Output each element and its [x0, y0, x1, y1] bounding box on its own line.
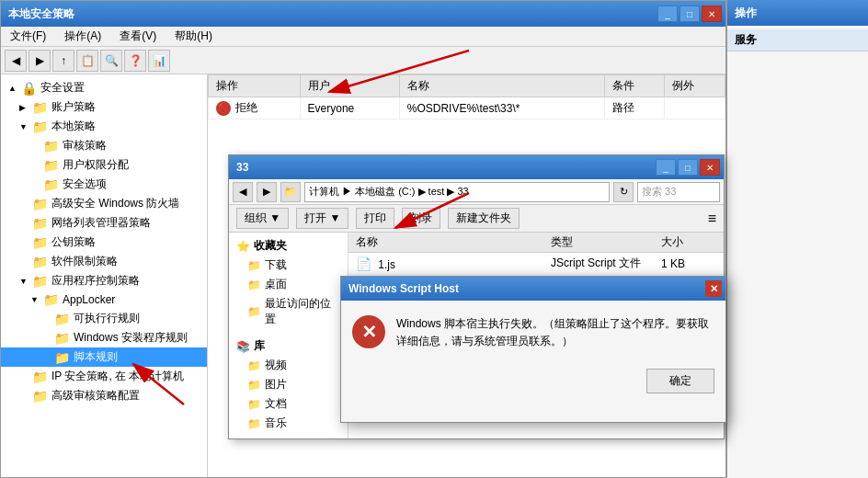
toolbar-btn-4[interactable]: ❓	[124, 50, 146, 72]
tree-item-script[interactable]: 📁 脚本规则	[1, 347, 207, 367]
tree-item-software[interactable]: 📁 软件限制策略	[1, 252, 207, 271]
dialog-message: Windows 脚本宿主执行失败。（组策略阻止了这个程序。要获取详细信息，请与系…	[396, 315, 714, 350]
toolbar-btn-3[interactable]: 🔍	[100, 50, 122, 72]
back-button[interactable]: ◀	[5, 50, 27, 72]
fe-docs[interactable]: 📁 文档	[229, 394, 348, 414]
tree-item-local[interactable]: ▼ 📁 本地策略	[1, 117, 207, 136]
tree-item-account[interactable]: ▶ 📁 账户策略	[1, 97, 207, 117]
expand-icon[interactable]: ▲	[8, 84, 17, 93]
dialog-ok-button[interactable]: 确定	[646, 369, 714, 393]
tree-item-appcontrol[interactable]: ▼ 📁 应用程序控制策略	[1, 271, 207, 290]
fe-organize-button[interactable]: 组织 ▼	[236, 208, 289, 229]
policy-table: 操作 用户 名称 条件 例外 🚫 拒绝 Everyone %OSD	[208, 74, 725, 120]
right-sidebar-services[interactable]: 服务	[727, 29, 868, 51]
tree-item-msi[interactable]: 📁 Windows 安装程序规则	[1, 328, 207, 347]
folder-icon: 📁	[54, 312, 70, 326]
fe-address-bar[interactable]: 计算机 ▶ 本地磁盘 (C:) ▶ test ▶ 33	[304, 182, 610, 202]
fe-desktop[interactable]: 📁 桌面	[229, 275, 348, 294]
tree-item-ip[interactable]: 📁 IP 安全策略, 在 本地计算机	[1, 367, 207, 386]
maximize-button[interactable]: □	[680, 6, 700, 22]
fe-pictures[interactable]: 📁 图片	[229, 375, 348, 394]
forward-button[interactable]: ▶	[29, 50, 51, 72]
folder-icon: 📁	[32, 389, 48, 404]
menu-help[interactable]: 帮助(H)	[169, 27, 218, 46]
col-name[interactable]: 名称	[399, 75, 604, 97]
col-exception[interactable]: 例外	[665, 75, 725, 97]
title-bar-buttons: _ □ ✕	[657, 6, 722, 22]
fe-toolbar: ◀ ▶ 📁 计算机 ▶ 本地磁盘 (C:) ▶ test ▶ 33 ↻ 搜索 3…	[229, 179, 724, 205]
folder-icon: 📁	[247, 305, 261, 318]
fe-minimize[interactable]: _	[656, 159, 676, 176]
tree-item-security-options[interactable]: 📁 安全选项	[1, 175, 207, 194]
dialog-close-button[interactable]: ✕	[705, 280, 722, 297]
fe-maximize[interactable]: □	[678, 159, 698, 176]
fe-sidebar-library: 📚 库 📁 视频 📁 图片 📁 文档 📁 音乐	[229, 336, 348, 433]
expand-icon[interactable]: ▼	[30, 295, 40, 304]
col-action[interactable]: 操作	[209, 75, 301, 97]
folder-icon: 📁	[247, 359, 261, 372]
file-name: 📄 1.js	[356, 256, 551, 271]
fe-title-buttons: _ □ ✕	[656, 159, 720, 176]
tree-item-firewall[interactable]: 📁 高级安全 Windows 防火墙	[1, 194, 207, 213]
folder-icon: 📁	[54, 350, 70, 365]
tree-item-security[interactable]: ▲ 🔒 安全设置	[1, 78, 207, 97]
fe-refresh-button[interactable]: ↻	[613, 182, 634, 202]
error-icon: ✕	[352, 315, 385, 348]
folder-icon: 📁	[32, 235, 48, 250]
fe-action-bar: 组织 ▼ 打开 ▼ 打印 刻录 新建文件夹 ≡	[229, 205, 724, 233]
tree-item-pubkey[interactable]: 📁 公钥策略	[1, 233, 207, 252]
toolbar-btn-5[interactable]: 📊	[148, 50, 170, 72]
folder-icon: 📁	[32, 274, 48, 289]
fe-music[interactable]: 📁 音乐	[229, 414, 348, 433]
dialog-footer: 确定	[341, 365, 725, 401]
right-sidebar-section: 服务	[727, 26, 868, 55]
dialog-title-text: Windows Script Host	[348, 282, 459, 295]
expand-icon[interactable]: ▼	[19, 277, 29, 286]
fe-open-button[interactable]: 打开 ▼	[296, 208, 348, 229]
security-icon: 🔒	[21, 81, 37, 96]
fe-search-box[interactable]: 搜索 33	[637, 182, 720, 202]
fe-print-button[interactable]: 打印	[356, 208, 394, 229]
tree-item-applocker[interactable]: ▼ 📁 AppLocker	[1, 290, 207, 309]
close-button[interactable]: ✕	[702, 6, 722, 22]
fe-window-title: 33	[236, 161, 248, 174]
tree-item-advanced-audit[interactable]: 📁 高级审核策略配置	[1, 386, 207, 405]
fe-favorites-header[interactable]: ⭐ 收藏夹	[229, 236, 348, 256]
col-condition[interactable]: 条件	[604, 75, 665, 97]
folder-icon: 📁	[247, 259, 261, 272]
fe-downloads[interactable]: 📁 下载	[229, 256, 348, 275]
tree-item-exec[interactable]: 📁 可执行行规则	[1, 309, 207, 328]
menu-action[interactable]: 操作(A)	[59, 27, 107, 46]
folder-icon: 📁	[32, 197, 48, 211]
fe-file-header: 名称 类型 大小	[348, 233, 724, 253]
table-row[interactable]: 🚫 拒绝 Everyone %OSDRIVE%\test\33\* 路径	[209, 97, 725, 120]
fe-videos[interactable]: 📁 视频	[229, 356, 348, 375]
fe-burn-button[interactable]: 刻录	[402, 208, 440, 229]
menu-file[interactable]: 文件(F)	[5, 27, 51, 46]
fe-address-text: 计算机 ▶ 本地磁盘 (C:) ▶ test ▶ 33	[309, 185, 469, 199]
fe-newfolder-button[interactable]: 新建文件夹	[448, 208, 520, 229]
expand-icon[interactable]: ▶	[19, 103, 29, 112]
toolbar-btn-2[interactable]: 📋	[76, 50, 98, 72]
col-user[interactable]: 用户	[300, 75, 399, 97]
fe-forward-button[interactable]: ▶	[257, 182, 277, 202]
folder-icon: 📁	[247, 279, 261, 291]
fe-library-header[interactable]: 📚 库	[229, 336, 348, 356]
tree-item-network[interactable]: 📁 网络列表管理器策略	[1, 213, 207, 233]
fe-close[interactable]: ✕	[700, 159, 720, 176]
fe-folder-icon: 📁	[280, 182, 301, 202]
main-toolbar: ◀ ▶ ↑ 📋 🔍 ❓ 📊	[1, 47, 725, 74]
menu-view[interactable]: 查看(V)	[114, 27, 162, 46]
expand-icon[interactable]: ▼	[19, 122, 29, 131]
tree-item-userright[interactable]: 📁 用户权限分配	[1, 155, 207, 175]
fe-file-row[interactable]: 📄 1.js JScript Script 文件 1 KB	[348, 253, 724, 275]
up-button[interactable]: ↑	[52, 50, 74, 72]
tree-item-audit[interactable]: 📁 审核策略	[1, 136, 207, 155]
fe-view-toggle[interactable]: ≡	[708, 211, 716, 227]
main-title-bar: 本地安全策略 _ □ ✕	[1, 1, 725, 27]
fe-back-button[interactable]: ◀	[233, 182, 253, 202]
main-window-title: 本地安全策略	[8, 6, 74, 22]
right-sidebar-header: 操作	[727, 0, 868, 26]
fe-recent[interactable]: 📁 最近访问的位置	[229, 294, 348, 329]
minimize-button[interactable]: _	[657, 6, 678, 22]
